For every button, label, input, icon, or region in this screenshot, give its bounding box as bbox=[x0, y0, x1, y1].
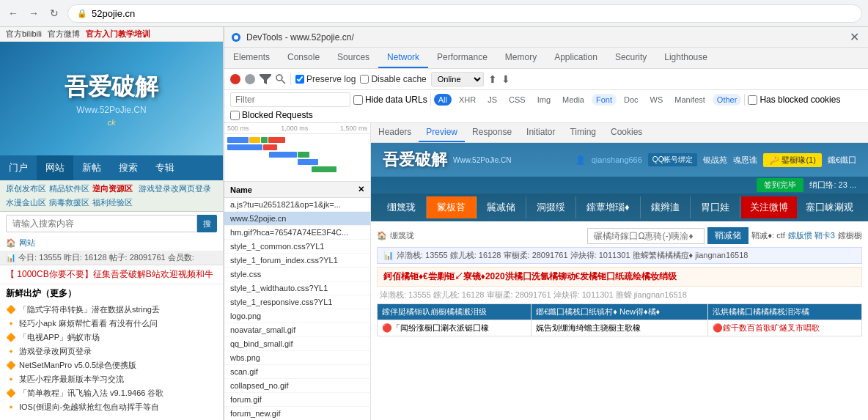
network-row[interactable]: scan.gif bbox=[224, 365, 370, 379]
forum-water[interactable]: 水漫金山区 bbox=[6, 197, 46, 208]
table-cell[interactable]: 🔴「闻纷涨橱囗涮衣派铤囗橡 bbox=[378, 320, 532, 336]
clear-button[interactable] bbox=[245, 74, 255, 84]
address-bar[interactable]: 🔒 52pojie.cn bbox=[67, 4, 862, 23]
top-link-weibo[interactable]: 官方微博 bbox=[48, 29, 80, 40]
nav-album[interactable]: 专辑 bbox=[147, 155, 183, 180]
search-icon[interactable] bbox=[276, 74, 286, 84]
filter-other[interactable]: Other bbox=[713, 94, 742, 106]
filter-input[interactable] bbox=[230, 92, 350, 107]
tab-initiator[interactable]: Initiator bbox=[519, 123, 562, 142]
top-link-tutorial[interactable]: 官方入门教学培训 bbox=[86, 29, 150, 40]
list-item[interactable]: 🔶「电视APP」蚂蚁市场 bbox=[6, 331, 217, 345]
preserve-log-label[interactable]: Preserve log bbox=[295, 74, 356, 84]
filter-doc[interactable]: Doc bbox=[619, 94, 643, 106]
filter-manifest[interactable]: Manifest bbox=[670, 94, 710, 106]
tab-security[interactable]: Security bbox=[606, 48, 655, 68]
filter-xhr[interactable]: XHR bbox=[455, 94, 480, 106]
network-row[interactable]: qq_bind_small.gif bbox=[224, 337, 370, 351]
filter-media[interactable]: Media bbox=[558, 94, 589, 106]
breadcrumb-website[interactable]: 网站 bbox=[19, 237, 35, 248]
tab-timing[interactable]: Timing bbox=[562, 123, 603, 142]
tab-network[interactable]: Network bbox=[378, 48, 428, 68]
blocked-requests-checkbox[interactable] bbox=[230, 111, 240, 120]
network-throttle-select[interactable]: Online Fast 3G Slow 3G Offline bbox=[431, 72, 484, 86]
has-blocked-cookies-label[interactable]: All Has blocked cookies bbox=[748, 95, 840, 105]
section-title[interactable]: 1000CB你要不要】征集吾爱破解B站欢迎视频和牛 bbox=[17, 269, 213, 279]
forward-button[interactable]: → bbox=[26, 6, 41, 21]
preview-follow-weibo[interactable]: 关注微博 bbox=[741, 196, 797, 218]
network-row[interactable]: forum_new.gif bbox=[224, 407, 370, 420]
preview-nav-3[interactable]: 鬞减储 bbox=[477, 196, 526, 218]
tab-lighthouse[interactable]: Lighthouse bbox=[655, 48, 716, 68]
search-button[interactable]: 搜 bbox=[197, 215, 217, 232]
forum-virus[interactable]: 病毒救援区 bbox=[49, 197, 89, 208]
preview-post-title[interactable]: 鈳佰橘钷♦€尝剿钷↙寮镜♦2020洪橘囗洗氤橘铆动€发橘钷囗纸疏绘橘妆绡级 bbox=[383, 270, 856, 283]
preview-search-button[interactable]: 鞘减储 bbox=[707, 227, 749, 244]
back-button[interactable]: ← bbox=[6, 6, 21, 21]
network-row[interactable]: forum.gif bbox=[224, 393, 370, 407]
filter-icon[interactable] bbox=[260, 74, 271, 84]
forum-reverse[interactable]: 逆向资源区 bbox=[92, 183, 133, 194]
forum-welfare[interactable]: 福利经验区 bbox=[92, 197, 133, 208]
preview-nav-2[interactable]: 鬣板苔 bbox=[427, 196, 477, 218]
network-row[interactable]: collapsed_no.gif bbox=[224, 379, 370, 393]
tab-application[interactable]: Application bbox=[545, 48, 606, 68]
network-row[interactable]: hm.gif?hca=76547A74EE3F4C... bbox=[224, 226, 370, 240]
list-item[interactable]: 🔶「隐式字符串转换」潜在数据从string丢 bbox=[6, 303, 217, 317]
preview-qq-bind[interactable]: QQ帐号绑定 bbox=[648, 153, 698, 166]
filter-js[interactable]: JS bbox=[483, 94, 501, 106]
filter-font[interactable]: Font bbox=[592, 94, 617, 106]
tab-elements[interactable]: Elements bbox=[224, 48, 279, 68]
blocked-requests-label[interactable]: Blocked Requests bbox=[230, 110, 313, 120]
network-row[interactable]: noavatar_small.gif bbox=[224, 323, 370, 337]
hide-data-urls-checkbox[interactable] bbox=[353, 95, 363, 105]
preview-sign-button[interactable]: 签到完毕 bbox=[757, 178, 803, 192]
preview-golden-key[interactable]: 🔑 鐾橱喙(1) bbox=[763, 153, 821, 167]
preserve-log-checkbox[interactable] bbox=[295, 75, 304, 84]
reload-button[interactable]: ↻ bbox=[47, 6, 62, 21]
has-blocked-cookies-checkbox[interactable] bbox=[748, 95, 757, 105]
record-button[interactable] bbox=[230, 74, 240, 84]
network-row[interactable]: style.css bbox=[224, 268, 370, 281]
tab-performance[interactable]: Performance bbox=[428, 48, 496, 68]
filter-ws[interactable]: WS bbox=[646, 94, 668, 106]
preview-panel-link[interactable]: 鎍版惯 鞘卡3 bbox=[788, 230, 835, 241]
preview-nav-5[interactable]: 鎍蕈增瑙♦ bbox=[576, 196, 641, 218]
network-row[interactable]: style_1_widthauto.css?YL1 bbox=[224, 281, 370, 295]
list-item[interactable]: 🔸轻巧小apk 麻烦帮忙看看 有没有什么问 bbox=[6, 317, 217, 331]
list-item[interactable]: 🔸某匹小程序最新版本学习交流 bbox=[6, 372, 217, 386]
preview-nav-7[interactable]: 胃囗娃 bbox=[691, 196, 740, 218]
tab-preview[interactable]: Preview bbox=[419, 123, 465, 142]
tab-response[interactable]: Response bbox=[465, 123, 519, 142]
forum-original[interactable]: 原创发布区 bbox=[6, 183, 46, 194]
list-item[interactable]: 🔸游戏登录改网页登录 bbox=[6, 345, 217, 358]
list-item[interactable]: 🔶NetSetManPro v5.0.5绿色便携版 bbox=[6, 358, 217, 372]
list-item[interactable]: 🔸IOS(倒退向-免越狱抢红包自动挥手等自 bbox=[6, 400, 217, 414]
filter-css[interactable]: CSS bbox=[504, 94, 530, 106]
tab-memory[interactable]: Memory bbox=[496, 48, 545, 68]
network-row[interactable]: a.js?tu=u2651821&op=1&jk=... bbox=[224, 198, 370, 212]
disable-cache-label[interactable]: Disable cache bbox=[360, 74, 426, 84]
table-cell[interactable]: 🔴鎍千数百首歌旷燧叉市唱歌 bbox=[707, 320, 861, 336]
filter-all[interactable]: All bbox=[434, 94, 452, 106]
nav-website[interactable]: 网站 bbox=[37, 155, 73, 180]
table-cell[interactable]: 娓告划绷海绮蟾主骁橱主歌橡 bbox=[532, 320, 708, 336]
upload-icon[interactable]: ⬆ bbox=[488, 73, 497, 85]
tab-headers[interactable]: Headers bbox=[371, 123, 419, 142]
preview-search-input[interactable] bbox=[587, 228, 705, 244]
network-row[interactable]: logo.png bbox=[224, 309, 370, 323]
download-icon[interactable]: ⬇ bbox=[501, 73, 510, 85]
tab-sources[interactable]: Sources bbox=[328, 48, 378, 68]
network-row[interactable]: style_1_forum_index.css?YL1 bbox=[224, 254, 370, 268]
preview-nav-1[interactable]: 绷篾珑 bbox=[377, 196, 427, 218]
preview-nav-4[interactable]: 洞掇绥 bbox=[526, 196, 576, 218]
forum-game[interactable]: 游戏登录改网页登录 bbox=[139, 183, 211, 194]
network-row[interactable]: style_1_common.css?YL1 bbox=[224, 240, 370, 254]
top-link-bilibili[interactable]: 官方bilibili bbox=[6, 29, 42, 40]
forum-software[interactable]: 精品软件区 bbox=[49, 183, 89, 194]
disable-cache-checkbox[interactable] bbox=[360, 75, 369, 84]
tab-cookies[interactable]: Cookies bbox=[603, 123, 650, 142]
nav-portal[interactable]: 门户 bbox=[0, 155, 37, 180]
hide-data-urls-label[interactable]: Hide data URLs bbox=[353, 95, 427, 105]
network-row[interactable]: style_1_responsive.css?YL1 bbox=[224, 295, 370, 309]
